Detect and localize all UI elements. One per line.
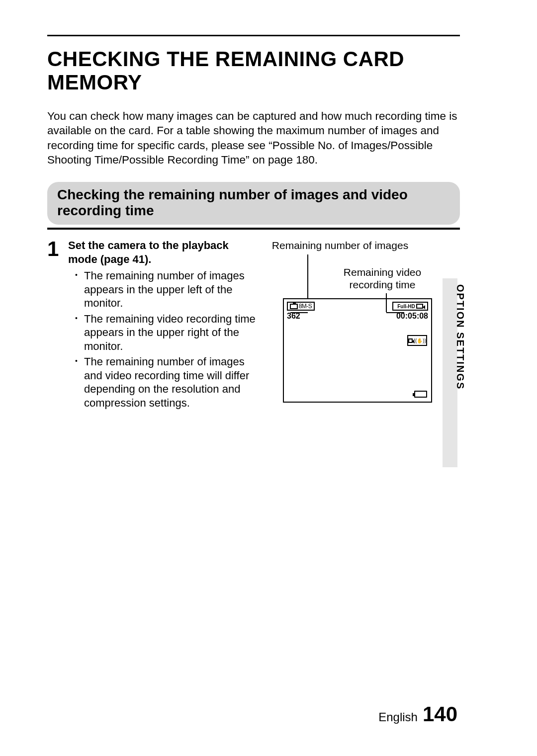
step-heading: Set the camera to the playback mode (pag… bbox=[68, 239, 259, 266]
camera-icon bbox=[290, 304, 298, 309]
photo-mode-label: 8M-S bbox=[299, 303, 312, 310]
video-mode-icon: Full-HD bbox=[392, 302, 428, 311]
stabilizer-icon: ((✋)) bbox=[407, 335, 427, 346]
battery-icon bbox=[414, 391, 427, 398]
video-time-value: 00:05:08 bbox=[396, 312, 428, 321]
bullet-text: The remaining number of images and video… bbox=[84, 355, 259, 410]
step-bullet: • The remaining video recording time app… bbox=[68, 312, 259, 353]
video-mode-label: Full-HD bbox=[397, 304, 415, 309]
step-number: 1 bbox=[47, 239, 68, 259]
monitor-diagram: Remaining number of images Remaining vid… bbox=[263, 239, 460, 412]
images-remaining-value: 362 bbox=[287, 312, 300, 321]
bullet-text: The remaining number of images appears i… bbox=[84, 269, 259, 310]
photo-mode-icon: 8M-S bbox=[287, 302, 315, 311]
top-rule bbox=[47, 35, 460, 36]
footer-language: English bbox=[378, 710, 418, 724]
camera-screen: 8M-S 362 Full-HD 00:05:08 ((✋)) bbox=[283, 298, 432, 403]
intro-paragraph: You can check how many images can be cap… bbox=[47, 109, 460, 167]
step-1: 1 Set the camera to the playback mode (p… bbox=[47, 239, 460, 412]
label-remaining-images: Remaining number of images bbox=[263, 240, 417, 252]
page-footer: English 140 bbox=[378, 702, 457, 726]
step-bullet: • The remaining number of images appears… bbox=[68, 269, 259, 310]
side-section-label: OPTION SETTINGS bbox=[454, 284, 466, 390]
section-heading: Checking the remaining number of images … bbox=[47, 182, 460, 225]
footer-page-number: 140 bbox=[423, 702, 457, 726]
callout-line bbox=[307, 254, 308, 299]
section-rule bbox=[47, 228, 460, 230]
video-camera-icon bbox=[416, 304, 423, 309]
label-remaining-video: Remaining video recording time bbox=[333, 266, 432, 290]
bullet-text: The remaining video recording time appea… bbox=[84, 312, 259, 353]
page-title: CHECKING THE REMAINING CARD MEMORY bbox=[47, 47, 460, 94]
step-bullet: • The remaining number of images and vid… bbox=[68, 355, 259, 410]
